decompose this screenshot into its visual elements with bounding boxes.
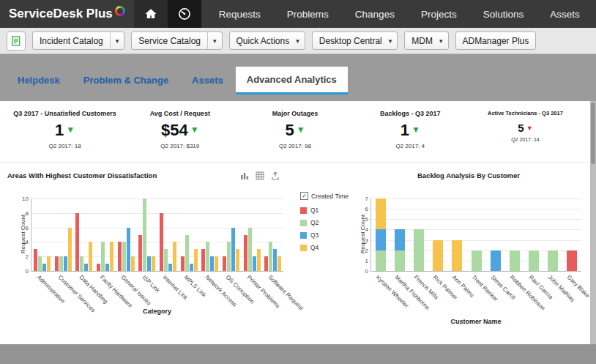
menu-item-requests[interactable]: Requests [206,0,274,28]
new-incident-icon[interactable] [7,31,26,51]
kpi-card-avg-cost-request[interactable]: Avg Cost / Request$54▼Q2 2017: $319 [122,110,237,162]
toolbar-button-admanager-plus[interactable]: ADManager Plus [455,31,537,50]
bar-q4-faulty-hardware[interactable] [110,242,113,271]
bar-q2-kyrsten-wheeler[interactable] [376,250,386,271]
toolbar-button-service-catalog[interactable]: Service Catalog▾ [131,31,222,50]
bar-q3-network-access[interactable] [210,256,214,271]
kpi-card-major-outages[interactable]: Major Outages5▼Q2 2017: 98 [237,110,352,162]
bar-q2-raul-garcia[interactable] [529,250,539,271]
menu-item-assets[interactable]: Assets [537,0,593,28]
dashboard-tab[interactable] [168,0,201,28]
bar-q2-trent-renker[interactable] [472,250,482,271]
bar-q2-martha-fishborne[interactable] [395,250,405,271]
bar-q2-network-access[interactable] [206,242,209,271]
bar-q2-john-mathias[interactable] [548,250,558,271]
menu-item-projects[interactable]: Projects [408,0,470,28]
bar-q4-kyrsten-wheeler[interactable] [376,198,386,229]
bar-q1-printer-problems[interactable] [244,235,247,272]
bar-q2-data-handling[interactable] [80,256,83,271]
bar-q2-internet-link[interactable] [164,249,168,271]
bar-q4-ann-palms[interactable] [452,240,462,271]
bar-q4-printer-problems[interactable] [257,249,261,271]
bar-q3-data-handling[interactable] [84,264,88,271]
bar-q2-mpls-link[interactable] [185,235,189,272]
bar-q3-faulty-hardware[interactable] [105,264,109,271]
bar-q3-general-issues[interactable] [127,228,130,271]
bar-q3-administrative[interactable] [42,264,46,271]
toolbar-button-mdm[interactable]: MDM▾ [404,31,448,50]
chevron-down-icon[interactable]: ▾ [207,32,222,49]
bar-q1-data-handling[interactable] [75,213,79,271]
bar-q4-isp-link[interactable] [152,256,155,271]
menu-item-changes[interactable]: Changes [342,0,408,28]
bar-q3-os-corruption[interactable] [231,228,235,271]
tab-advanced-analytics[interactable]: Advanced Analytics [236,67,348,94]
chart-view-icon[interactable] [240,171,249,180]
bar-q4-general-issues[interactable] [131,256,135,271]
legend-item-q2[interactable]: Q2 [300,219,351,226]
bar-q3-internet-link[interactable] [168,264,172,271]
export-icon[interactable] [271,171,280,180]
legend-item-q4[interactable]: Q4 [300,244,351,251]
bar-q3-kyrsten-wheeler[interactable] [376,229,386,250]
bar-q2-robben-robinson[interactable] [510,250,520,271]
bar-q2-printer-problems[interactable] [248,228,252,271]
menu-item-solutions[interactable]: Solutions [470,0,537,28]
kpi-card-backlogs-q3-2017[interactable]: Backlogs - Q3 20171▼Q2 2017: 4 [353,110,468,162]
app-logo[interactable]: ServiceDesk Plus [0,0,134,28]
bar-q3-printer-problems[interactable] [253,256,256,271]
home-tab[interactable] [134,0,168,28]
toolbar-button-label: MDM [405,36,439,46]
vertical-scrollbar[interactable] [590,101,596,344]
tab-assets[interactable]: Assets [181,67,234,94]
tab-helpdesk[interactable]: Helpdesk [7,67,71,94]
bar-q3-isp-link[interactable] [147,256,151,271]
bar-q2-general-issues[interactable] [122,242,126,271]
chevron-down-icon[interactable]: ▾ [110,32,124,49]
scrollbar-thumb[interactable] [591,103,595,164]
legend-item-q1[interactable]: Q1 [300,207,351,214]
menu-item-problems[interactable]: Problems [274,0,342,28]
bar-q4-customer-services[interactable] [68,228,72,271]
bar-q2-isp-link[interactable] [143,198,146,271]
bar-q3-mpls-link[interactable] [190,264,193,271]
bar-q4-rick-palmer[interactable] [433,240,443,271]
bar-q4-mpls-link[interactable] [194,249,198,271]
bar-q1-gary-blake[interactable] [567,250,577,271]
bar-q1-os-corruption[interactable] [223,256,226,271]
bar-q2-software-request[interactable] [269,242,272,271]
bar-q2-os-corruption[interactable] [227,242,231,271]
bar-q2-administrative[interactable] [38,256,42,271]
table-view-icon[interactable] [256,171,264,180]
toolbar-button-quick-actions[interactable]: Quick Actions▾ [229,31,305,50]
bar-q3-steve-carrill[interactable] [491,250,501,271]
bar-q4-internet-link[interactable] [173,242,176,271]
bar-q4-network-access[interactable] [215,256,218,271]
bar-q1-mpls-link[interactable] [181,256,185,271]
bar-q1-customer-services[interactable] [55,256,59,271]
bar-q4-data-handling[interactable] [89,242,92,271]
bar-q1-internet-link[interactable] [160,213,163,271]
bar-q3-software-request[interactable] [273,249,277,271]
bar-q1-faulty-hardware[interactable] [97,264,100,271]
bar-q1-software-request[interactable] [264,256,268,271]
toolbar-button-desktop-central[interactable]: Desktop Central▾ [312,31,398,50]
created-time-checkbox[interactable]: ✓ [300,192,308,200]
bar-q4-os-corruption[interactable] [236,249,239,271]
bar-q3-martha-fishborne[interactable] [395,229,405,250]
toolbar-button-incident-catalog[interactable]: Incident Catalog▾ [32,31,124,50]
kpi-card-q3-2017-unsatisfied-customers[interactable]: Q3 2017 - Unsatisfied Customers1▼Q2 2017… [7,110,122,162]
bar-q2-french-mills[interactable] [414,229,424,271]
kpi-card-active-technicians-q3-2017[interactable]: Active Technicians - Q3 20175▼Q2 2017: 1… [468,110,583,162]
bar-q2-customer-services[interactable] [59,256,63,271]
bar-q1-administrative[interactable] [34,249,37,271]
bar-q1-network-access[interactable] [201,249,205,271]
legend-item-q3[interactable]: Q3 [300,231,351,239]
tab-problem-change[interactable]: Problem & Change [72,67,179,94]
bar-q4-software-request[interactable] [277,256,281,271]
bar-q3-customer-services[interactable] [64,256,67,271]
bar-q1-general-issues[interactable] [118,242,122,271]
bar-q2-faulty-hardware[interactable] [101,242,105,271]
bar-q1-isp-link[interactable] [138,235,142,272]
bar-q4-administrative[interactable] [47,256,51,271]
